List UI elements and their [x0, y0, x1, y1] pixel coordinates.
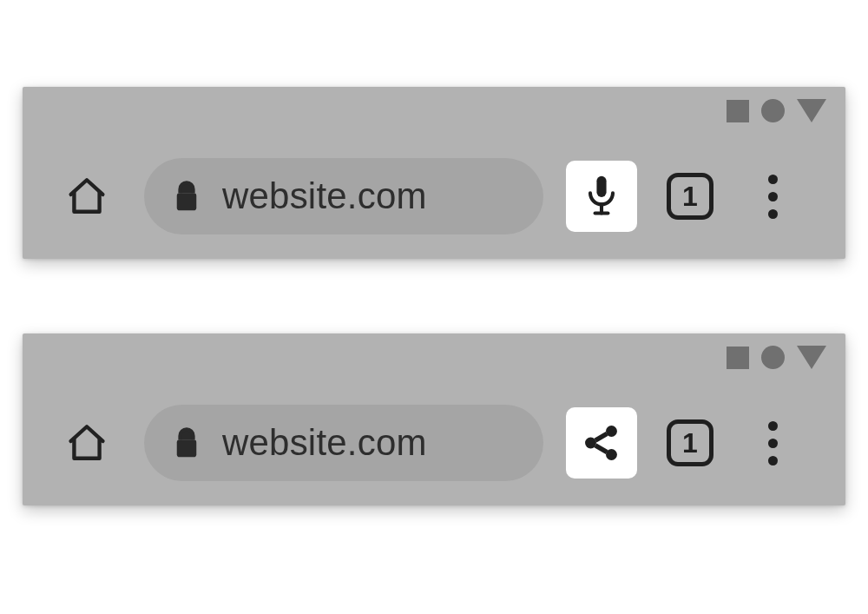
toolbar-row: website.com 1	[23, 401, 845, 485]
svg-rect-4	[177, 439, 197, 457]
home-button[interactable]	[62, 419, 111, 467]
url-text: website.com	[222, 175, 427, 217]
status-bar-icons	[727, 99, 826, 122]
voice-search-button[interactable]	[566, 161, 637, 232]
more-vert-icon	[768, 175, 778, 219]
status-triangle-icon	[797, 99, 826, 122]
svg-rect-0	[177, 193, 197, 210]
more-vert-icon	[768, 421, 778, 465]
svg-line-8	[595, 433, 607, 440]
status-square-icon	[727, 347, 749, 369]
share-button[interactable]	[566, 407, 637, 479]
svg-line-9	[595, 446, 607, 452]
home-icon	[65, 421, 108, 465]
address-bar[interactable]: website.com	[144, 405, 543, 481]
status-square-icon	[727, 100, 749, 122]
browser-toolbar-variant-a: website.com 1	[23, 87, 845, 259]
share-icon	[580, 421, 623, 465]
lock-icon	[174, 179, 200, 214]
status-bar-icons	[727, 346, 826, 369]
home-icon	[65, 175, 108, 218]
home-button[interactable]	[62, 172, 111, 221]
toolbar-row: website.com 1	[23, 155, 845, 238]
tab-count: 1	[682, 429, 698, 457]
url-text: website.com	[222, 422, 427, 464]
status-circle-icon	[761, 346, 785, 369]
browser-toolbar-variant-b: website.com 1	[23, 333, 845, 505]
tab-count-badge: 1	[667, 419, 713, 466]
svg-rect-1	[596, 176, 606, 197]
more-menu-button[interactable]	[755, 419, 790, 467]
address-bar[interactable]: website.com	[144, 158, 543, 234]
tab-count: 1	[682, 182, 698, 210]
tab-switcher-button[interactable]: 1	[667, 419, 713, 466]
tab-count-badge: 1	[667, 173, 713, 220]
status-circle-icon	[761, 99, 785, 122]
lock-icon	[174, 426, 200, 460]
tab-switcher-button[interactable]: 1	[667, 173, 713, 220]
status-triangle-icon	[797, 346, 826, 369]
microphone-icon	[582, 174, 621, 219]
more-menu-button[interactable]	[755, 172, 790, 221]
